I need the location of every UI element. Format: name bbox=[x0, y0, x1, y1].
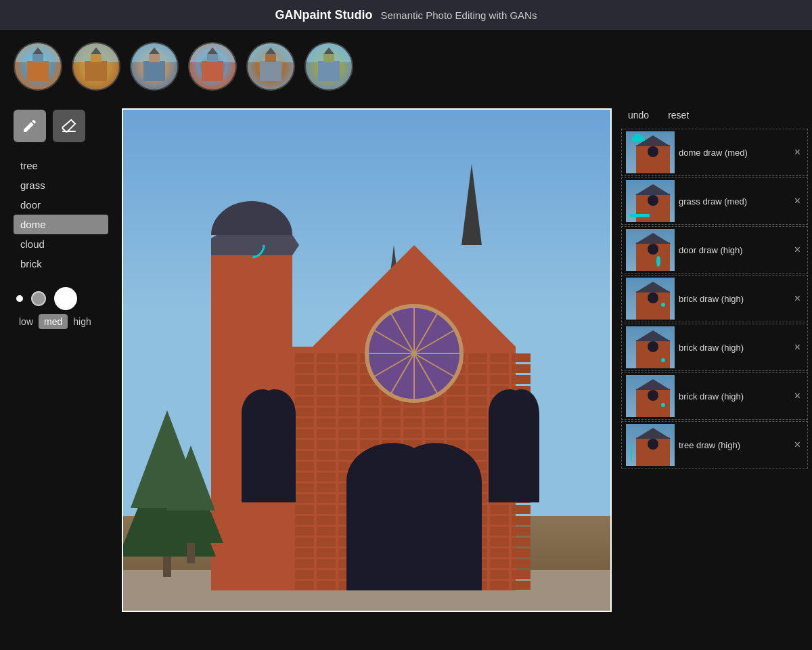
history-thumb-3 bbox=[626, 278, 675, 320]
left-panel: treegrassdoordomecloudbrick lowmedhigh bbox=[7, 103, 115, 650]
brush-dots bbox=[14, 287, 108, 310]
segment-item-grass[interactable]: grass bbox=[14, 175, 108, 195]
history-item-3: brick draw (high)× bbox=[621, 275, 808, 322]
history-close-6[interactable]: × bbox=[792, 439, 803, 451]
history-close-3[interactable]: × bbox=[792, 292, 803, 305]
brush-size-medium-dot bbox=[31, 291, 46, 306]
history-controls: undo reset bbox=[621, 108, 808, 122]
thumbnail-3[interactable] bbox=[130, 42, 179, 91]
brush-size-high[interactable]: high bbox=[68, 314, 96, 329]
history-list: dome draw (med)×grass draw (med)×door dr… bbox=[621, 129, 808, 469]
app-title: GANpaint Studio bbox=[275, 8, 373, 22]
history-item-2: door draw (high)× bbox=[621, 226, 808, 274]
segment-item-door[interactable]: door bbox=[14, 195, 108, 215]
reset-button[interactable]: reset bbox=[668, 108, 689, 122]
segment-list: treegrassdoordomecloudbrick bbox=[14, 156, 108, 274]
app-header: GANpaint Studio Semantic Photo Editing w… bbox=[0, 0, 812, 30]
app-subtitle: Semantic Photo Editing with GANs bbox=[381, 9, 537, 21]
thumbnail-5[interactable] bbox=[246, 42, 295, 91]
history-label-5: brick draw (high) bbox=[679, 391, 788, 402]
thumbnail-4[interactable] bbox=[188, 42, 237, 91]
history-close-5[interactable]: × bbox=[792, 390, 803, 402]
brush-labels: lowmedhigh bbox=[14, 314, 108, 329]
segment-item-cloud[interactable]: cloud bbox=[14, 234, 108, 254]
history-close-0[interactable]: × bbox=[792, 146, 803, 158]
undo-button[interactable]: undo bbox=[628, 108, 649, 122]
thumbnail-2[interactable] bbox=[72, 42, 120, 91]
history-thumb-4 bbox=[626, 326, 675, 368]
history-thumb-2 bbox=[626, 229, 675, 271]
main-content: treegrassdoordomecloudbrick lowmedhigh u… bbox=[0, 103, 812, 650]
thumbnail-strip bbox=[0, 30, 812, 103]
history-close-4[interactable]: × bbox=[792, 341, 803, 353]
history-thumb-1 bbox=[626, 180, 675, 222]
segment-item-tree[interactable]: tree bbox=[14, 156, 108, 175]
brush-size-med[interactable]: med bbox=[39, 314, 68, 329]
history-label-1: grass draw (med) bbox=[679, 196, 788, 207]
brush-size-large-dot bbox=[54, 287, 77, 310]
history-item-0: dome draw (med)× bbox=[621, 129, 808, 176]
history-close-2[interactable]: × bbox=[792, 244, 803, 256]
thumbnail-6[interactable] bbox=[304, 42, 353, 91]
history-item-6: tree draw (high)× bbox=[621, 421, 808, 469]
segment-item-dome[interactable]: dome bbox=[14, 215, 108, 234]
brush-size-low[interactable]: low bbox=[14, 314, 39, 329]
history-thumb-0 bbox=[626, 131, 675, 173]
history-thumb-6 bbox=[626, 424, 675, 466]
history-label-2: door draw (high) bbox=[679, 245, 788, 255]
history-label-4: brick draw (high) bbox=[679, 343, 788, 353]
tool-row bbox=[14, 110, 108, 142]
history-label-3: brick draw (high) bbox=[679, 294, 788, 304]
history-label-6: tree draw (high) bbox=[679, 440, 788, 450]
history-item-4: brick draw (high)× bbox=[621, 324, 808, 371]
history-label-0: dome draw (med) bbox=[679, 148, 788, 158]
history-item-5: brick draw (high)× bbox=[621, 372, 808, 420]
right-panel: undo reset dome draw (med)×grass draw (m… bbox=[618, 103, 808, 650]
canvas-area[interactable] bbox=[122, 103, 612, 650]
brush-tool-button[interactable] bbox=[14, 110, 46, 142]
history-item-1: grass draw (med)× bbox=[621, 177, 808, 225]
thumbnail-1[interactable] bbox=[14, 42, 62, 91]
segment-item-brick[interactable]: brick bbox=[14, 254, 108, 274]
history-thumb-5 bbox=[626, 375, 675, 417]
history-close-1[interactable]: × bbox=[792, 195, 803, 207]
brush-size-small-dot bbox=[16, 295, 23, 302]
eraser-tool-button[interactable] bbox=[53, 110, 85, 142]
main-canvas[interactable] bbox=[122, 108, 612, 612]
brush-section: lowmedhigh bbox=[14, 287, 108, 329]
